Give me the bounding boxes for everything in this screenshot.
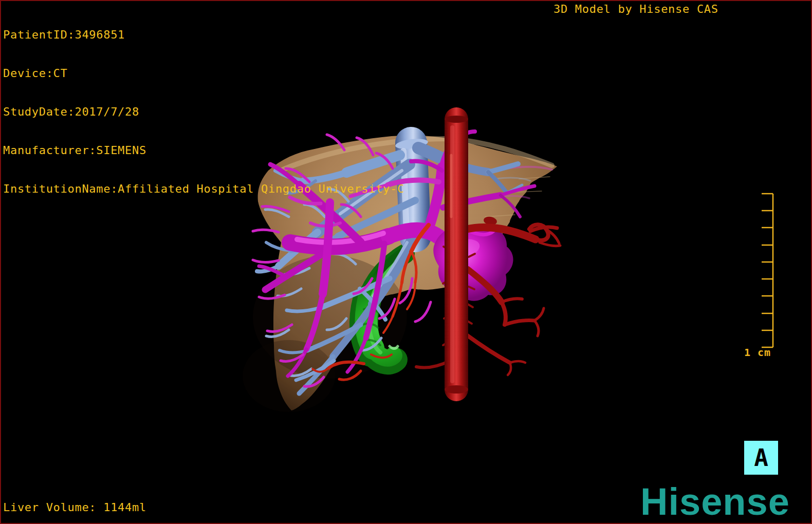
patient-id-line: PatientID:3496851 — [3, 28, 404, 41]
device-line: Device:CT — [3, 67, 404, 80]
orientation-marker-button[interactable]: A — [744, 441, 778, 475]
viewer-window: PatientID:3496851 Device:CT StudyDate:20… — [0, 0, 812, 524]
watermark-title: 3D Model by Hisense CAS — [553, 3, 718, 15]
hisense-logo: Hisense — [640, 483, 790, 521]
scale-ruler-label: 1 cm — [735, 346, 780, 359]
study-date-line: StudyDate:2017/7/28 — [3, 105, 404, 118]
manufacturer-line: Manufacturer:SIEMENS — [3, 144, 404, 157]
patient-info: PatientID:3496851 Device:CT StudyDate:20… — [3, 3, 404, 221]
liver-volume-readout: Liver Volume: 1144ml — [3, 501, 146, 514]
scale-ruler — [737, 187, 782, 351]
institution-line: InstitutionName:Affiliated Hospital Qing… — [3, 182, 404, 195]
